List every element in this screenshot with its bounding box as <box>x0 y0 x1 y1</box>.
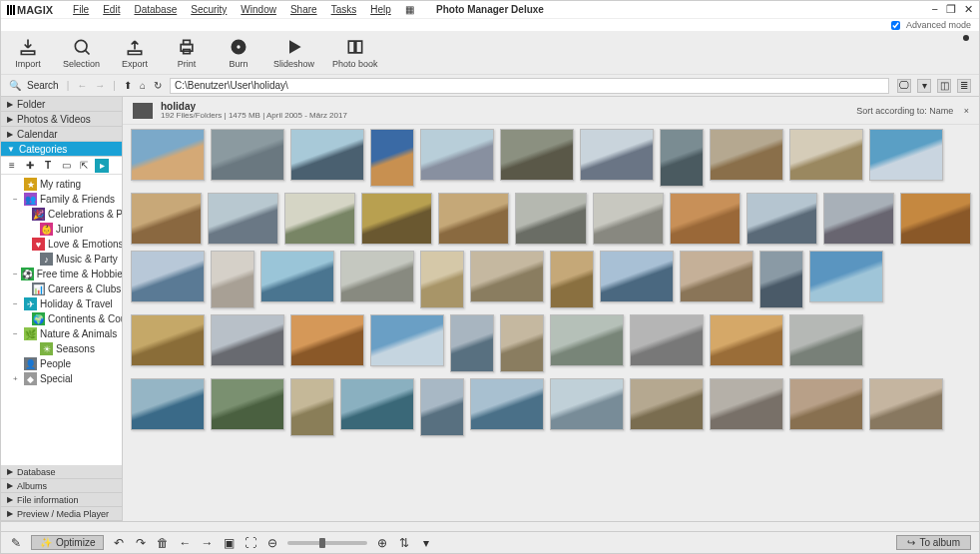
menu-share[interactable]: Share <box>290 4 317 15</box>
burn-button[interactable]: Burn <box>222 37 255 69</box>
menu-extra-icon[interactable]: ▦ <box>405 4 414 15</box>
tree-item-careers-clubs[interactable]: 📊Careers & Clubs <box>1 281 122 296</box>
thumbnail[interactable] <box>710 129 783 181</box>
menu-help[interactable]: Help <box>370 4 391 15</box>
panel-albums[interactable]: ▶Albums <box>1 479 122 493</box>
filter-icon[interactable]: ▾ <box>419 536 433 550</box>
prev-icon[interactable]: ← <box>178 536 192 550</box>
thumbnail[interactable] <box>630 378 704 430</box>
thumbnail[interactable] <box>759 251 803 308</box>
export-button[interactable]: Export <box>118 37 152 69</box>
undo-icon[interactable]: ↶ <box>112 536 126 550</box>
menu-database[interactable]: Database <box>134 4 177 15</box>
menu-tasks[interactable]: Tasks <box>331 4 357 15</box>
view-monitor-icon[interactable]: 🖵 <box>897 79 911 93</box>
panel-folder[interactable]: ▶Folder <box>1 97 122 112</box>
menu-security[interactable]: Security <box>191 4 227 15</box>
advanced-mode-checkbox[interactable] <box>891 21 900 30</box>
tree-item-junior[interactable]: 👶Junior <box>1 222 122 237</box>
thumbnail[interactable] <box>420 251 464 308</box>
import-button[interactable]: Import <box>11 37 45 69</box>
thumbnail[interactable] <box>515 193 586 245</box>
selection-button[interactable]: Selection <box>63 37 100 69</box>
thumbnail[interactable] <box>211 129 284 181</box>
tree-item-special[interactable]: +◆Special <box>1 371 122 386</box>
thumbnail[interactable] <box>131 251 205 302</box>
link-icon[interactable]: ⇱ <box>77 159 91 173</box>
thumbnail[interactable] <box>208 193 278 245</box>
thumbnail[interactable] <box>470 251 544 302</box>
thumbnail[interactable] <box>789 314 863 366</box>
thumbnail[interactable] <box>823 193 894 245</box>
slideshow-button[interactable]: Slideshow <box>273 37 314 69</box>
thumbnail[interactable] <box>580 129 654 181</box>
thumbnail[interactable] <box>809 251 883 302</box>
photobook-button[interactable]: Photo book <box>332 37 378 69</box>
panel-calendar[interactable]: ▶Calendar <box>1 127 122 142</box>
thumbnail[interactable] <box>593 193 664 245</box>
search-icon[interactable]: 🔍 <box>9 80 21 91</box>
nav-back-icon[interactable]: ← <box>77 80 87 91</box>
thumbnail[interactable] <box>670 193 740 245</box>
view-dropdown-icon[interactable]: ▾ <box>917 79 931 93</box>
view-list-icon[interactable]: ≡ <box>5 159 19 173</box>
thumbnail[interactable] <box>290 129 364 181</box>
optimize-button[interactable]: ✨ Optimize <box>31 535 104 550</box>
sort-control[interactable]: Sort according to: Name × <box>856 106 969 116</box>
thumbnail[interactable] <box>340 378 414 430</box>
menu-window[interactable]: Window <box>241 4 276 15</box>
thumbnail[interactable] <box>869 129 943 181</box>
view-list-icon[interactable]: ≣ <box>957 79 971 93</box>
redo-icon[interactable]: ↷ <box>134 536 148 550</box>
path-input[interactable]: C:\Benutzer\User\holiday\ <box>170 78 889 94</box>
thumbnail[interactable] <box>131 314 205 366</box>
add-icon[interactable]: ✚ <box>23 159 37 173</box>
text-icon[interactable]: T <box>41 159 55 173</box>
next-icon[interactable]: → <box>200 536 214 550</box>
panel-categories[interactable]: ▼Categories <box>1 142 122 157</box>
thumbnail[interactable] <box>680 251 753 302</box>
thumbnail[interactable] <box>900 193 971 245</box>
thumbnail[interactable] <box>710 378 783 430</box>
tree-item-family-friends[interactable]: −👥Family & Friends <box>1 192 122 207</box>
thumbnail[interactable] <box>260 251 334 302</box>
thumbnail[interactable] <box>450 314 494 372</box>
thumbnail[interactable] <box>361 193 432 245</box>
thumbnail[interactable] <box>869 378 943 430</box>
fit-icon[interactable]: ▣ <box>222 536 236 550</box>
zoom-slider[interactable] <box>287 541 367 545</box>
menu-file[interactable]: File <box>73 4 89 15</box>
tree-item-holiday-travel[interactable]: −✈Holiday & Travel <box>1 296 122 311</box>
nav-forward-icon[interactable]: → <box>95 80 105 91</box>
thumbnail[interactable] <box>284 193 355 245</box>
more-icon[interactable]: ▸ <box>95 159 109 173</box>
thumbnail[interactable] <box>550 251 594 308</box>
sort-icon[interactable]: ⇅ <box>397 536 411 550</box>
nav-refresh-icon[interactable]: ↻ <box>154 80 162 91</box>
fullscreen-icon[interactable]: ⛶ <box>244 536 257 550</box>
thumbnail[interactable] <box>211 378 284 430</box>
tag-icon[interactable]: ▭ <box>59 159 73 173</box>
panel-file-information[interactable]: ▶File information <box>1 493 122 507</box>
thumbnail[interactable] <box>370 314 444 366</box>
thumbnail[interactable] <box>211 251 254 308</box>
tree-item-people[interactable]: 👤People <box>1 356 122 371</box>
close-icon[interactable]: ✕ <box>964 3 973 16</box>
thumbnail[interactable] <box>438 193 509 245</box>
tree-item-my-rating[interactable]: ★My rating <box>1 177 122 192</box>
panel-photos-videos[interactable]: ▶Photos & Videos <box>1 112 122 127</box>
tree-item-celebrations-parties[interactable]: 🎉Celebrations & Parties <box>1 207 122 222</box>
panel-database[interactable]: ▶Database <box>1 465 122 479</box>
thumbnail[interactable] <box>500 314 544 372</box>
zoom-in-icon[interactable]: ⊕ <box>375 536 389 550</box>
thumbnail[interactable] <box>710 314 783 366</box>
thumbnail[interactable] <box>420 129 494 181</box>
thumbnail[interactable] <box>290 314 364 366</box>
tree-item-love-emotions[interactable]: ♥Love & Emotions <box>1 237 122 252</box>
thumbnail[interactable] <box>746 193 817 245</box>
thumbnail[interactable] <box>131 378 205 430</box>
zoom-out-icon[interactable]: ⊖ <box>265 536 279 550</box>
thumbnail[interactable] <box>290 378 334 436</box>
to-album-button[interactable]: ↪ To album <box>896 535 971 550</box>
wand-icon[interactable]: ✎ <box>9 536 23 550</box>
